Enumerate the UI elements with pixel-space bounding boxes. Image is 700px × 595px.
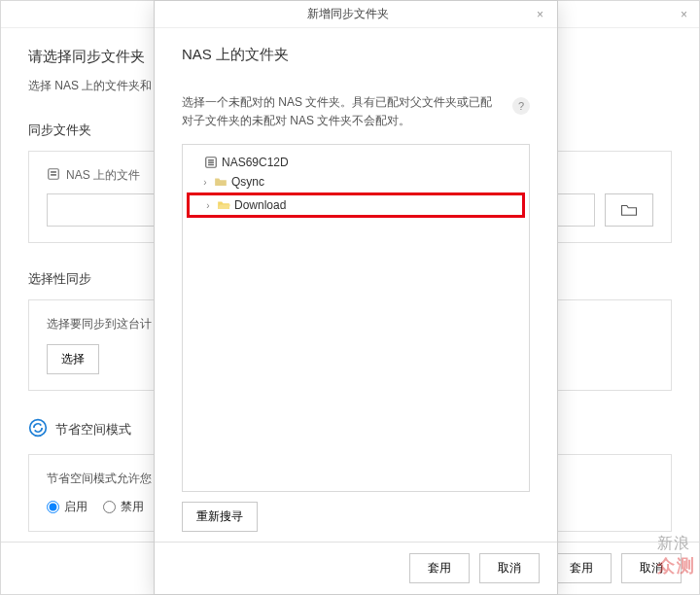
modal-title: 新增同步文件夹: [164, 6, 533, 22]
svg-rect-7: [208, 164, 214, 165]
folder-tree[interactable]: NAS69C12D › Qsync › Download: [182, 144, 530, 492]
tree-item-download[interactable]: › Download: [187, 192, 525, 218]
svg-rect-6: [208, 162, 214, 163]
chevron-right-icon[interactable]: ›: [203, 200, 213, 211]
modal-cancel-button[interactable]: 取消: [479, 553, 540, 583]
bg-close-icon[interactable]: ×: [681, 8, 687, 21]
folder-picker-modal: 新增同步文件夹 × NAS 上的文件夹 选择一个未配对的 NAS 文件夹。具有已…: [154, 0, 558, 595]
space-mode-label: 节省空间模式: [55, 421, 131, 438]
modal-close-button[interactable]: ×: [533, 8, 547, 21]
tree-root-label: NAS69C12D: [222, 156, 289, 169]
disable-radio[interactable]: 禁用: [103, 499, 144, 515]
svg-point-3: [30, 420, 47, 437]
browse-button[interactable]: [605, 193, 653, 227]
nas-root-icon: [204, 156, 218, 169]
tree-item-qsync[interactable]: › Qsync: [187, 172, 525, 192]
tree-root[interactable]: NAS69C12D: [187, 153, 525, 172]
disable-radio-input[interactable]: [103, 501, 116, 513]
svg-rect-2: [51, 174, 56, 176]
disable-radio-label: 禁用: [121, 499, 144, 515]
svg-rect-1: [51, 171, 56, 173]
nas-folder-label: NAS 上的文件: [66, 167, 140, 184]
rescan-button[interactable]: 重新搜寻: [182, 502, 258, 532]
enable-radio-label: 启用: [64, 499, 88, 515]
modal-titlebar: 新增同步文件夹 ×: [155, 1, 557, 28]
folder-closed-icon: [214, 176, 228, 188]
modal-footer: 套用 取消: [155, 542, 557, 594]
sync-mode-icon: [28, 418, 48, 440]
select-button[interactable]: 选择: [47, 344, 99, 374]
folder-open-icon: [217, 199, 230, 211]
modal-apply-button[interactable]: 套用: [409, 553, 470, 583]
bg-apply-button[interactable]: 套用: [551, 553, 612, 583]
enable-radio-input[interactable]: [47, 501, 59, 513]
nas-device-icon: [47, 167, 60, 184]
svg-rect-5: [208, 159, 214, 160]
chevron-right-icon[interactable]: ›: [200, 177, 210, 188]
tree-item-label: Qsync: [231, 175, 264, 189]
modal-description: 选择一个未配对的 NAS 文件夹。具有已配对父文件夹或已配对子文件夹的未配对 N…: [182, 93, 503, 130]
tree-item-label: Download: [234, 198, 286, 212]
folder-icon: [620, 203, 638, 217]
enable-radio[interactable]: 启用: [47, 499, 88, 515]
modal-heading: NAS 上的文件夹: [182, 46, 530, 64]
bg-cancel-button[interactable]: 取消: [621, 553, 682, 583]
help-icon[interactable]: ?: [512, 97, 530, 115]
